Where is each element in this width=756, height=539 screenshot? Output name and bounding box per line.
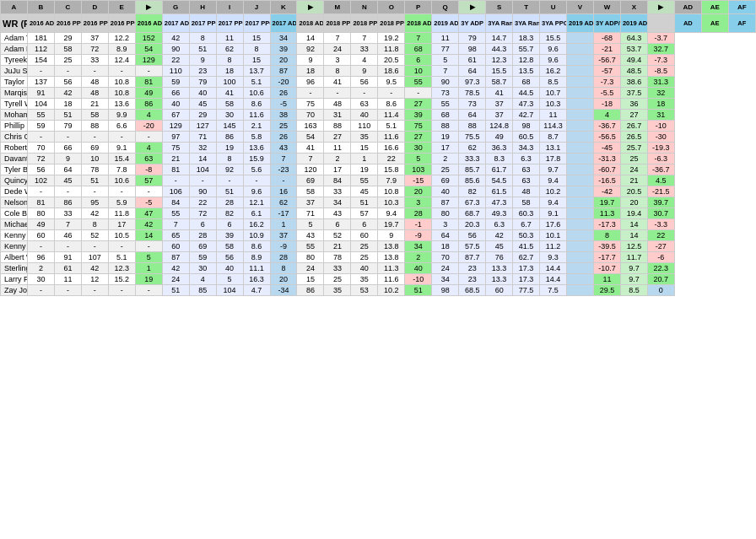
i-val: 23 xyxy=(189,66,216,77)
m-val: -20 xyxy=(270,77,297,88)
w-val: 34.3 xyxy=(513,143,540,154)
g-val: 5 xyxy=(135,252,162,263)
i-val: 72 xyxy=(189,208,216,219)
h-val: 75 xyxy=(162,143,189,154)
e-val: 6.6 xyxy=(108,121,135,132)
table-row: Tyler Boyd5664787.8-881104925.6-23120171… xyxy=(1,164,756,175)
ad-val: -56.5 xyxy=(593,132,620,143)
main-table-container: A B C D E ▶ G H I J K ▶ M N O P Q ▶ S T xyxy=(0,0,756,296)
g-val: 54 xyxy=(135,44,162,55)
s-val: 30 xyxy=(405,143,432,154)
o-val: 8 xyxy=(324,66,351,77)
e-val: 10.8 xyxy=(108,88,135,99)
t-val: 55 xyxy=(432,99,459,110)
table-row: Marqise Lee91424810.84966404110.626-----… xyxy=(1,88,756,99)
n-val: 71 xyxy=(297,208,324,219)
k-val: - xyxy=(243,175,270,186)
x-val: 14.4 xyxy=(540,274,567,285)
c-val: 61 xyxy=(54,263,81,274)
ad-val: -42 xyxy=(593,186,620,197)
j-val: 41 xyxy=(216,88,243,99)
col-d-header: D xyxy=(81,1,108,14)
ad-diff1 xyxy=(567,263,594,274)
g-val: 86 xyxy=(135,99,162,110)
i-val: 45 xyxy=(189,99,216,110)
q-val: 20.5 xyxy=(378,55,405,66)
i-val: 40 xyxy=(189,88,216,99)
af-val: 4.5 xyxy=(647,175,674,186)
u-val: 23 xyxy=(459,263,486,274)
p-val: 60 xyxy=(351,230,378,241)
u-val: 75.5 xyxy=(459,132,486,143)
player-name: Sterling Shepard xyxy=(1,263,28,274)
u-val: 64 xyxy=(459,110,486,121)
j-val: 6 xyxy=(216,219,243,230)
2018-ppg-rank1-header: 2018 PPG Rank xyxy=(324,14,351,33)
v-val: 61.5 xyxy=(486,186,513,197)
ad-diff1 xyxy=(567,33,594,44)
g-val: -5 xyxy=(135,197,162,208)
s-val: -9 xyxy=(405,230,432,241)
e-val: 12.3 xyxy=(108,263,135,274)
table-row: Albert Wilson96911075.158759568.92880782… xyxy=(1,252,756,263)
p-val: 40 xyxy=(351,110,378,121)
o-val: 2 xyxy=(324,154,351,164)
player-name: Tyrell Williams xyxy=(1,99,28,110)
k-val: 8.6 xyxy=(243,241,270,252)
j-val: 62 xyxy=(216,44,243,55)
table-row: Kenny Stills60465210.51465283910.9374352… xyxy=(1,230,756,241)
g-val: - xyxy=(135,186,162,197)
g-val: 4 xyxy=(135,110,162,121)
table-row: Sterling Shepard2614212.3142304011.18243… xyxy=(1,263,756,274)
table-row: Robert Woods7066699.1475321913.643411115… xyxy=(1,143,756,154)
ad-diff1 xyxy=(567,44,594,55)
m-val: 7 xyxy=(270,154,297,164)
m-val: 1 xyxy=(270,219,297,230)
q-val: 11.8 xyxy=(378,44,405,55)
j-val: 39 xyxy=(216,230,243,241)
c-val: 45 xyxy=(54,175,81,186)
e-val: - xyxy=(108,285,135,296)
ad-diff1 xyxy=(567,241,594,252)
s-val: 3 xyxy=(405,197,432,208)
k-val: 13.6 xyxy=(243,143,270,154)
m-val: 8 xyxy=(270,263,297,274)
d-val: - xyxy=(81,66,108,77)
table-row: Quincy Enunwa102455110.657-----6984557.9… xyxy=(1,175,756,186)
b-val: - xyxy=(27,132,54,143)
table-row: Chris Godwin-----9771865.82654273511.627… xyxy=(1,132,756,143)
3ya-ppg-header: 3YA PPG xyxy=(540,14,567,33)
s-val: 7 xyxy=(405,33,432,44)
b-val: 80 xyxy=(27,208,54,219)
ae-val: 27 xyxy=(620,110,647,121)
e-val: 8.9 xyxy=(108,44,135,55)
o-val: 43 xyxy=(324,208,351,219)
wr-ppr-table: A B C D E ▶ G H I J K ▶ M N O P Q ▶ S T xyxy=(0,0,756,296)
j-val: 82 xyxy=(216,208,243,219)
k-val: 15.9 xyxy=(243,154,270,164)
v-val: 45 xyxy=(486,241,513,252)
x-val: 10.1 xyxy=(540,230,567,241)
af-val: 31 xyxy=(647,110,674,121)
u-val: 79 xyxy=(459,33,486,44)
j-val: 8 xyxy=(216,154,243,164)
d-val: 69 xyxy=(81,143,108,154)
col-n-header: N xyxy=(351,1,378,14)
u-val: 82 xyxy=(459,186,486,197)
x-val: 9.6 xyxy=(540,44,567,55)
h-val: 97 xyxy=(162,132,189,143)
n-val: 86 xyxy=(297,285,324,296)
ad-diff1 xyxy=(567,88,594,99)
q-val: 11.3 xyxy=(378,263,405,274)
n-val: 58 xyxy=(297,186,324,197)
k-val: 5.8 xyxy=(243,132,270,143)
3y-adp-header: 3Y ADP xyxy=(459,14,486,33)
k-val: 15 xyxy=(243,55,270,66)
x-val: 8.5 xyxy=(540,77,567,88)
b-val: 49 xyxy=(27,219,54,230)
x-val: 17.6 xyxy=(540,219,567,230)
v-val: 6.3 xyxy=(486,219,513,230)
c-val: 7 xyxy=(54,219,81,230)
q-val: 16.6 xyxy=(378,143,405,154)
e-val: 5.1 xyxy=(108,252,135,263)
